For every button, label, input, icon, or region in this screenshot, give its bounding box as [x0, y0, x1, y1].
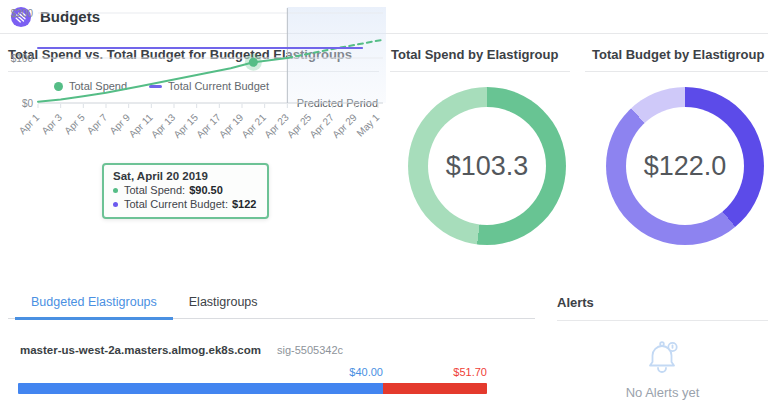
budget-progress-bar: [18, 383, 487, 394]
elastigroup-row: master-us-west-2a.masters.almog.ek8s.com…: [20, 344, 343, 356]
svg-text:Apr 3: Apr 3: [39, 111, 64, 136]
svg-text:$0: $0: [22, 98, 34, 109]
budget-donut-chart: $122.0: [606, 87, 764, 245]
total-spend-donut-title: Total Spend by Elastigroup: [391, 47, 569, 62]
elastigroups-tabs: Budgeted Elastigroups Elastigroups: [8, 288, 535, 319]
tab-elastigroups[interactable]: Elastigroups: [173, 288, 274, 320]
svg-text:Apr 13: Apr 13: [149, 111, 178, 140]
svg-text:Apr 1: Apr 1: [17, 111, 42, 136]
tooltip-bullet-icon: [113, 202, 118, 207]
svg-text:$200: $200: [11, 8, 34, 19]
tooltip-bullet-icon: [113, 188, 118, 193]
elastigroup-sig: sig-5505342c: [277, 344, 343, 356]
elastigroup-name: master-us-west-2a.masters.almog.ek8s.com: [20, 344, 261, 356]
svg-text:Apr 17: Apr 17: [194, 111, 223, 140]
svg-text:May 1: May 1: [354, 111, 381, 138]
tooltip-item: Total Current Budget:$122: [113, 198, 256, 210]
budget-bar-spent-segment: [18, 383, 383, 394]
budgets-page: Budgets Total Spend vs. Total Budget for…: [0, 0, 768, 414]
tooltip-title: Sat, April 20 2019: [113, 170, 256, 182]
panel-divider: [585, 71, 768, 72]
budget-donut-value: $122.0: [606, 87, 764, 245]
bell-icon: [639, 334, 685, 380]
tab-budgeted-elastigroups[interactable]: Budgeted Elastigroups: [15, 288, 173, 320]
tooltip-item: Total Spend:$90.50: [113, 184, 256, 196]
svg-text:Apr 27: Apr 27: [307, 111, 336, 140]
svg-text:Apr 21: Apr 21: [239, 111, 268, 140]
svg-text:Apr 15: Apr 15: [171, 111, 200, 140]
spend-donut-chart: $103.3: [408, 87, 566, 245]
spend-line-chart: $0$100$200Apr 1Apr 3Apr 5Apr 7Apr 9Apr 1…: [0, 0, 390, 180]
panel-divider: [390, 71, 570, 72]
tooltip-items: Total Spend:$90.50Total Current Budget:$…: [113, 184, 256, 210]
svg-text:Apr 7: Apr 7: [85, 111, 110, 136]
svg-text:Apr 5: Apr 5: [62, 111, 87, 136]
chart-tooltip: Sat, April 20 2019 Total Spend:$90.50Tot…: [102, 163, 269, 219]
svg-text:$100: $100: [11, 53, 34, 64]
svg-text:Apr 29: Apr 29: [330, 111, 359, 140]
overspend-amount-label: $51.70: [384, 366, 487, 378]
total-budget-donut-title: Total Budget by Elastigroup: [592, 47, 768, 62]
spent-amount-label: $40.00: [280, 366, 383, 378]
budget-bar-over-segment: [383, 383, 487, 394]
svg-text:Apr 19: Apr 19: [217, 111, 246, 140]
no-alerts-text: No Alerts yet: [557, 385, 768, 400]
panel-divider: [557, 320, 768, 321]
spend-donut-value: $103.3: [408, 87, 566, 245]
alerts-title: Alerts: [557, 295, 594, 310]
svg-text:Apr 23: Apr 23: [262, 111, 291, 140]
svg-text:Apr 25: Apr 25: [285, 111, 314, 140]
